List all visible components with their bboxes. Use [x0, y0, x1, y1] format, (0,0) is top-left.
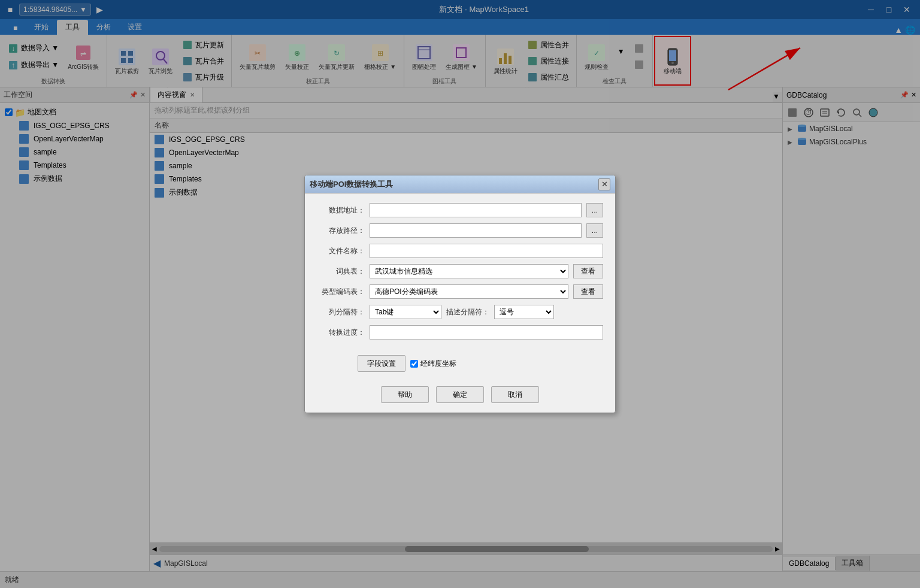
modal-data-path-input[interactable]: [370, 203, 582, 217]
modal-type-code-label: 类型编码表：: [317, 287, 365, 297]
modal-title-bar: 移动端POI数据转换工具 ✕: [305, 175, 615, 193]
modal-progress-label: 转换进度：: [317, 328, 365, 338]
modal-col-sep-label: 列分隔符：: [317, 307, 365, 317]
modal-desc-sep-select[interactable]: 逗号: [494, 305, 554, 319]
modal-row-data-path: 数据地址： …: [317, 203, 603, 217]
modal-coord-label: 经纬度坐标: [420, 359, 456, 369]
modal-data-path-label: 数据地址：: [317, 205, 365, 216]
modal-save-path-input[interactable]: [370, 223, 582, 238]
modal-col-sep-select[interactable]: Tab键: [370, 305, 441, 319]
modal-row-dict: 词典表： 武汉城市信息精选 查看: [317, 264, 603, 278]
modal-save-path-browse-button[interactable]: …: [586, 223, 603, 238]
modal-coord-checkbox-label[interactable]: 经纬度坐标: [410, 359, 456, 369]
modal-cancel-button[interactable]: 取消: [491, 386, 539, 403]
modal-row-filename: 文件名称：: [317, 244, 603, 258]
modal-dict-label: 词典表：: [317, 266, 365, 277]
modal-row-type-code: 类型编码表： 高德POI分类编码表 查看: [317, 284, 603, 299]
modal-filename-label: 文件名称：: [317, 246, 365, 256]
modal-dict-select[interactable]: 武汉城市信息精选: [370, 264, 568, 278]
modal-help-button[interactable]: 帮助: [381, 386, 429, 403]
modal-type-code-select[interactable]: 高德POI分类编码表: [370, 284, 568, 299]
modal-type-code-view-button[interactable]: 查看: [573, 284, 603, 299]
modal-field-settings-row: 字段设置 经纬度坐标: [305, 355, 615, 372]
modal-ok-button[interactable]: 确定: [436, 386, 484, 403]
modal-row-save-path: 存放路径： …: [317, 223, 603, 238]
modal-body: 数据地址： … 存放路径： … 文件名称： 词典表： 武汉城市信息精选: [305, 193, 615, 355]
modal-dict-view-button[interactable]: 查看: [573, 264, 603, 278]
modal-progress-bar: [370, 325, 603, 340]
modal-coord-checkbox[interactable]: [410, 360, 418, 368]
modal-title: 移动端POI数据转换工具: [310, 179, 393, 190]
modal-row-col-sep: 列分隔符： Tab键 描述分隔符： 逗号: [317, 305, 603, 319]
modal-overlay: 移动端POI数据转换工具 ✕ 数据地址： … 存放路径： … 文件名称：: [0, 0, 920, 588]
modal-close-button[interactable]: ✕: [598, 178, 610, 190]
modal-row-progress: 转换进度：: [317, 325, 603, 340]
modal-save-path-label: 存放路径：: [317, 226, 365, 236]
modal-desc-sep-label: 描述分隔符：: [446, 307, 489, 317]
modal-filename-input[interactable]: [370, 244, 603, 258]
modal-footer: 帮助 确定 取消: [305, 381, 615, 413]
modal-poi-converter: 移动端POI数据转换工具 ✕ 数据地址： … 存放路径： … 文件名称：: [304, 175, 616, 413]
modal-data-path-browse-button[interactable]: …: [586, 203, 603, 217]
modal-field-settings-button[interactable]: 字段设置: [358, 355, 405, 372]
